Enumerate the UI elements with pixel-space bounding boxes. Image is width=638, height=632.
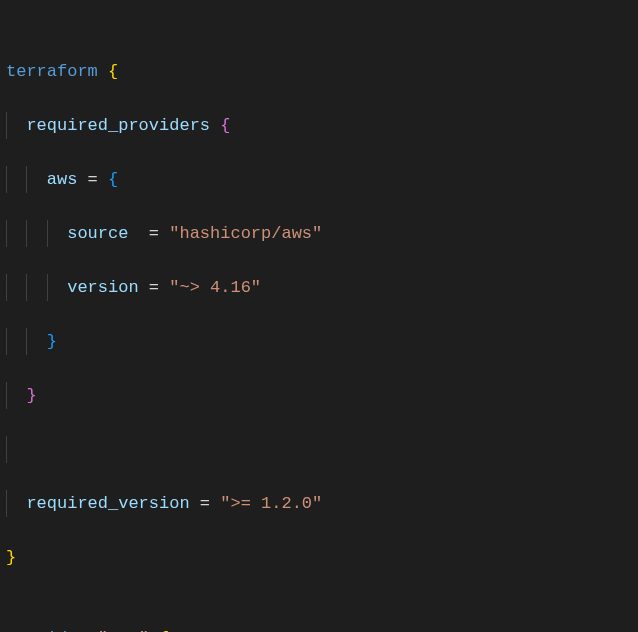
prop-aws: aws <box>47 170 78 189</box>
code-line: terraform { <box>4 58 638 85</box>
code-line: required_providers { <box>4 112 638 139</box>
code-line: required_version = ">= 1.2.0" <box>4 490 638 517</box>
code-line: version = "~> 4.16" <box>4 274 638 301</box>
brace-close: } <box>47 332 57 351</box>
code-line <box>4 436 638 463</box>
brace-open: { <box>108 170 118 189</box>
prop-version: version <box>67 278 138 297</box>
string-version: "~> 4.16" <box>169 278 261 297</box>
keyword-terraform: terraform <box>6 62 98 81</box>
code-line: source = "hashicorp/aws" <box>4 220 638 247</box>
code-line: } <box>4 328 638 355</box>
code-line: } <box>4 382 638 409</box>
code-line: } <box>4 544 638 571</box>
code-line: provider "aws" { <box>4 625 638 632</box>
prop-required-version: required_version <box>26 494 189 513</box>
prop-required-providers: required_providers <box>26 116 210 135</box>
string-required-version: ">= 1.2.0" <box>220 494 322 513</box>
string-source: "hashicorp/aws" <box>169 224 322 243</box>
code-line: aws = { <box>4 166 638 193</box>
prop-source: source <box>67 224 128 243</box>
brace-close: } <box>6 548 16 567</box>
code-editor[interactable]: terraform { required_providers { aws = {… <box>0 0 638 632</box>
brace-open: { <box>220 116 230 135</box>
brace-open: { <box>108 62 118 81</box>
brace-close: } <box>26 386 36 405</box>
